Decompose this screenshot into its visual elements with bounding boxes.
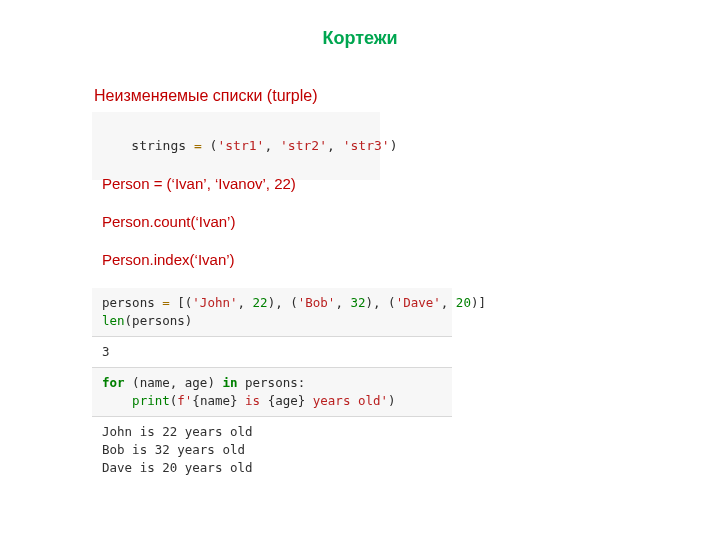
code-token: )	[185, 313, 193, 328]
code-token: len	[102, 313, 125, 328]
code-token: )	[366, 295, 374, 310]
code-token: (	[125, 313, 133, 328]
code-token: age	[185, 375, 208, 390]
code-token	[102, 393, 132, 408]
text-line-a: Person = (‘Ivan’, ‘Ivanov’, 22)	[102, 175, 296, 192]
code-token: ,	[327, 138, 335, 153]
code-token: persons	[102, 295, 155, 310]
code-token: name	[140, 375, 170, 390]
code-token: 'str3'	[343, 138, 390, 153]
code-block-loop: persons = [('John', 22), ('Bob', 32), ('…	[92, 288, 452, 483]
code-token: )	[388, 393, 396, 408]
code-token: ,	[335, 295, 343, 310]
code-token: (	[132, 375, 140, 390]
code-cell-1: persons = [('John', 22), ('Bob', 32), ('…	[92, 288, 452, 336]
code-token: [	[177, 295, 185, 310]
code-token: ,	[275, 295, 283, 310]
code-snippet-tuple-literal: strings = ('str1', 'str2', 'str3')	[92, 112, 380, 180]
code-token: 20	[456, 295, 471, 310]
code-token: strings	[131, 138, 186, 153]
code-token: 'Dave'	[396, 295, 441, 310]
code-token: 32	[350, 295, 365, 310]
text-line-c: Person.index(‘Ivan’)	[102, 251, 235, 268]
code-output-2: John is 22 years old Bob is 32 years old…	[92, 417, 452, 483]
code-token: ,	[264, 138, 272, 153]
code-token: is	[238, 393, 268, 408]
code-token: persons	[132, 313, 185, 328]
code-token: :	[298, 375, 306, 390]
code-token: name	[200, 393, 230, 408]
code-token: ,	[170, 375, 178, 390]
code-token: 'str2'	[280, 138, 327, 153]
code-token: print	[132, 393, 170, 408]
code-token: 'John'	[192, 295, 237, 310]
code-token: ,	[373, 295, 381, 310]
code-token: f'	[177, 393, 192, 408]
code-token: }	[230, 393, 238, 408]
page-title: Кортежи	[0, 28, 720, 49]
code-token: {	[192, 393, 200, 408]
code-token: years old'	[305, 393, 388, 408]
code-output-1: 3	[92, 337, 452, 367]
code-token: age	[275, 393, 298, 408]
code-token: ,	[441, 295, 449, 310]
code-token: )	[207, 375, 215, 390]
code-token: 'str1'	[217, 138, 264, 153]
code-token: 'Bob'	[298, 295, 336, 310]
code-cell-2: for (name, age) in persons: print(f'{nam…	[92, 368, 452, 416]
subtitle-text: Неизменяемые списки (turple)	[94, 87, 318, 105]
code-token: )	[390, 138, 398, 153]
code-token: (	[290, 295, 298, 310]
slide: Кортежи Неизменяемые списки (turple) str…	[0, 0, 720, 540]
code-token: =	[162, 295, 170, 310]
code-token: ]	[478, 295, 486, 310]
text-line-b: Person.count(‘Ivan’)	[102, 213, 235, 230]
code-token: 22	[253, 295, 268, 310]
code-token: for	[102, 375, 125, 390]
code-token: =	[194, 138, 202, 153]
code-token: in	[222, 375, 237, 390]
code-token: (	[388, 295, 396, 310]
code-token: persons	[245, 375, 298, 390]
code-token: ,	[238, 295, 246, 310]
